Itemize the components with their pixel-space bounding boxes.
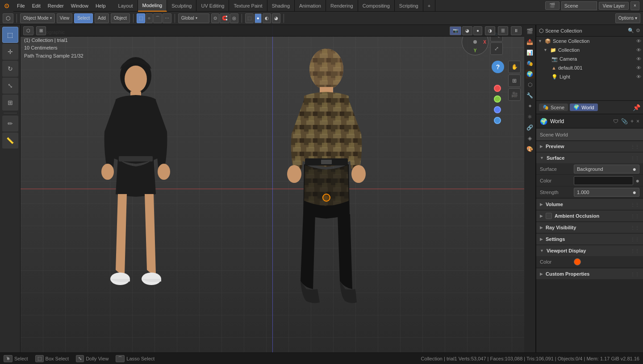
outliner-search-icon[interactable]: 🔍 bbox=[628, 28, 634, 33]
world-close-icon[interactable]: × bbox=[636, 118, 639, 124]
tab-animation[interactable]: Animation bbox=[295, 0, 326, 12]
ray-visibility-header[interactable]: ▶ Ray Visibility ⋮⋮ bbox=[536, 222, 643, 233]
overlay-btn[interactable]: ◑ bbox=[485, 26, 495, 35]
help-menu[interactable]: Help bbox=[92, 0, 109, 12]
viewport-type-btn[interactable]: ⬡ bbox=[23, 26, 33, 35]
world-shield-icon[interactable]: 🛡 bbox=[613, 118, 618, 124]
world-new-icon[interactable]: + bbox=[630, 118, 634, 124]
add-btn[interactable]: Add bbox=[95, 13, 109, 23]
viewport-info-bubble[interactable]: ? bbox=[492, 61, 504, 73]
select-box-icon[interactable]: ⬚ bbox=[137, 13, 145, 23]
view-layer-btn[interactable]: View Layer bbox=[599, 2, 629, 10]
color-swatch[interactable] bbox=[574, 176, 633, 185]
grid-toggle-btn[interactable]: ⊞ bbox=[508, 74, 521, 87]
select-lasso-icon[interactable]: ⌒ bbox=[153, 13, 162, 23]
data-props-icon[interactable]: ◈ bbox=[526, 134, 534, 143]
shading-material-btn[interactable]: ◐ bbox=[263, 13, 271, 23]
tab-layout[interactable]: Layout bbox=[114, 0, 138, 12]
tab-uv-editing[interactable]: UV Editing bbox=[196, 0, 229, 12]
camera-icon-btn[interactable]: 📷 bbox=[450, 26, 461, 35]
surface-section-header[interactable]: ▼ Surface ⋮⋮ bbox=[536, 153, 643, 163]
preview-section-header[interactable]: ▶ Preview ⋮⋮ bbox=[536, 141, 643, 152]
select-more-icon[interactable]: ⋯ bbox=[163, 13, 171, 23]
modifier-props-icon[interactable]: 🔧 bbox=[526, 91, 534, 100]
tab-rendering[interactable]: Rendering bbox=[326, 0, 358, 12]
close-window-btn[interactable]: × bbox=[630, 1, 639, 10]
mode-selector[interactable]: Object Mode ▾ bbox=[20, 13, 55, 23]
file-menu[interactable]: File bbox=[13, 0, 29, 12]
outliner-item-scene-collection[interactable]: ▼ 📦 Scene Collection 👁 bbox=[536, 37, 643, 46]
shading-render-btn[interactable]: ◕ bbox=[272, 13, 280, 23]
settings-section-header[interactable]: ▶ Settings ⋮⋮ bbox=[536, 234, 643, 244]
shading-wire-btn[interactable]: ⬚ bbox=[245, 13, 254, 23]
scene-props-icon[interactable]: 🎭 bbox=[526, 59, 534, 68]
tab-scripting[interactable]: Scripting bbox=[395, 0, 423, 12]
annotate-tool[interactable]: ✏ bbox=[2, 116, 18, 132]
transform-dropdown[interactable]: Global ▾ bbox=[178, 13, 209, 23]
object-props-icon[interactable]: ⬡ bbox=[526, 80, 534, 89]
tab-sculpting[interactable]: Sculpting bbox=[167, 0, 196, 12]
outliner-item-default001[interactable]: ▲ default.001 👁 bbox=[536, 63, 643, 72]
viewport-layout-btn[interactable]: ⊞ bbox=[36, 26, 46, 35]
constraints-props-icon[interactable]: 🔗 bbox=[526, 123, 534, 132]
outliner-item-light[interactable]: 💡 Light 👁 bbox=[536, 72, 643, 81]
ambient-occlusion-header[interactable]: ▶ Ambient Occlusion ⋮⋮ bbox=[536, 211, 643, 221]
tab-texture-paint[interactable]: Texture Paint bbox=[229, 0, 267, 12]
solid-view-btn[interactable]: ● bbox=[473, 26, 482, 35]
rotate-tool[interactable]: ↻ bbox=[2, 61, 18, 77]
select-circle-icon[interactable]: ○ bbox=[146, 13, 153, 23]
pivot-btn[interactable]: ⊙ bbox=[211, 13, 219, 23]
scale-tool[interactable]: ⤡ bbox=[2, 78, 18, 94]
pin-btn[interactable]: 📌 bbox=[633, 104, 640, 111]
cursor-tool[interactable]: ⬚ bbox=[2, 27, 18, 43]
object-btn[interactable]: Object bbox=[111, 13, 130, 23]
render-icon-btn[interactable]: 🎬 bbox=[545, 1, 559, 10]
transform-tool[interactable]: ⊞ bbox=[2, 95, 18, 111]
edit-menu[interactable]: Edit bbox=[29, 0, 44, 12]
measure-tool[interactable]: 📏 bbox=[2, 132, 18, 149]
world-props-icon[interactable]: 🌍 bbox=[526, 70, 534, 79]
render-props-icon[interactable]: 🎬 bbox=[526, 27, 534, 36]
output-props-icon[interactable]: 📤 bbox=[526, 37, 534, 46]
xray-btn[interactable]: ☰ bbox=[498, 26, 508, 35]
ao-checkbox[interactable] bbox=[546, 213, 552, 219]
custom-props-header[interactable]: ▶ Custom Properties ⋮⋮ bbox=[536, 269, 643, 279]
view-layer-props-icon[interactable]: 📊 bbox=[526, 48, 534, 57]
render-menu[interactable]: Render bbox=[44, 0, 67, 12]
tab-add[interactable]: + bbox=[423, 0, 435, 12]
options-btn[interactable]: Options ▾ bbox=[615, 13, 640, 23]
editor-type-btn[interactable]: ⬡ bbox=[3, 13, 13, 23]
snap-btn[interactable]: 🧲 bbox=[220, 13, 230, 23]
dolly-btn[interactable]: ⤢ bbox=[490, 42, 503, 55]
select-btn[interactable]: Select bbox=[74, 13, 93, 23]
tab-compositing[interactable]: Compositing bbox=[358, 0, 395, 12]
vd-color-dot[interactable] bbox=[574, 258, 581, 265]
proportional-btn[interactable]: ◎ bbox=[230, 13, 238, 23]
scene-tab[interactable]: 🎭 Scene bbox=[539, 103, 568, 111]
camera-toggle-btn[interactable]: 🎥 bbox=[508, 88, 521, 101]
outliner-item-camera[interactable]: 📷 Camera 👁 bbox=[536, 54, 643, 63]
tab-modeling[interactable]: Modeling bbox=[138, 0, 167, 12]
tab-shading[interactable]: Shading bbox=[267, 0, 295, 12]
surface-type-dropdown[interactable]: Background ● bbox=[574, 165, 639, 174]
window-menu[interactable]: Window bbox=[67, 0, 92, 12]
scene-name-input[interactable] bbox=[561, 1, 597, 10]
outliner-item-collection[interactable]: ▼ 📁 Collection 👁 bbox=[536, 46, 643, 54]
volume-section-header[interactable]: ▶ Volume ⋮⋮ bbox=[536, 199, 643, 210]
move-tool[interactable]: ✛ bbox=[2, 44, 18, 60]
viewport[interactable]: ⬡ ⊞ 📷 ◕ ● ◑ ☰ ⏸ Back Orthographic (1) Co… bbox=[21, 25, 524, 352]
world-tab[interactable]: 🌍 World bbox=[570, 103, 598, 111]
view-btn[interactable]: View bbox=[57, 13, 73, 23]
world-link-icon[interactable]: 📎 bbox=[621, 118, 628, 124]
physics-props-icon[interactable]: ⚛ bbox=[526, 112, 534, 121]
viewport-display-header[interactable]: ▼ Viewport Display ⋮⋮ bbox=[536, 245, 643, 256]
hand-tool-btn[interactable]: ✋ bbox=[508, 61, 521, 73]
outliner-filter-icon[interactable]: ⚙ bbox=[636, 28, 640, 33]
scene-world-row[interactable]: Scene World bbox=[536, 128, 643, 141]
shading-solid-btn[interactable]: ● bbox=[255, 13, 262, 23]
particles-props-icon[interactable]: ✦ bbox=[526, 102, 534, 111]
render-view-btn[interactable]: ◕ bbox=[462, 26, 472, 35]
pause-btn[interactable]: ⏸ bbox=[511, 26, 522, 35]
material-props-icon[interactable]: 🎨 bbox=[526, 145, 534, 153]
strength-value-field[interactable]: 1.000 ● bbox=[574, 188, 639, 197]
